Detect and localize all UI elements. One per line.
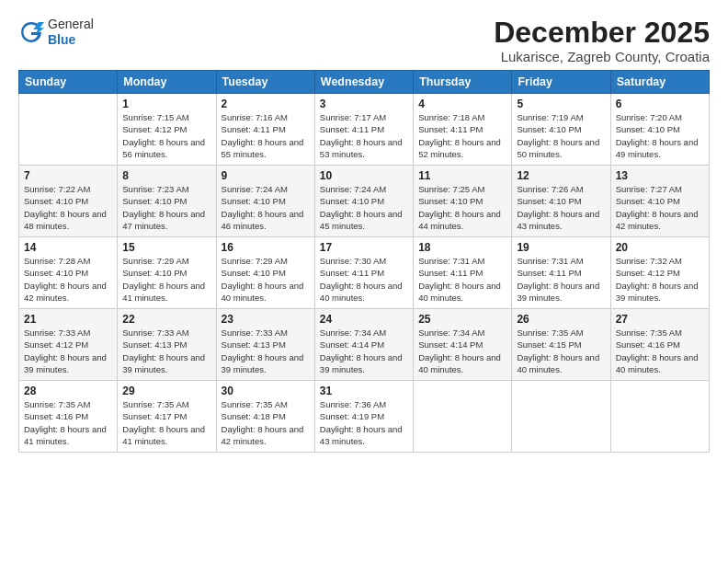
day-info: Sunrise: 7:32 AMSunset: 4:12 PMDaylight:… (616, 255, 704, 304)
calendar-cell: 1Sunrise: 7:15 AMSunset: 4:12 PMDaylight… (118, 94, 216, 166)
day-info: Sunrise: 7:28 AMSunset: 4:10 PMDaylight:… (24, 255, 112, 304)
week-row-5: 28Sunrise: 7:35 AMSunset: 4:16 PMDayligh… (19, 381, 710, 453)
calendar-cell: 19Sunrise: 7:31 AMSunset: 4:11 PMDayligh… (512, 237, 610, 309)
week-row-2: 7Sunrise: 7:22 AMSunset: 4:10 PMDaylight… (19, 166, 710, 237)
day-info: Sunrise: 7:24 AMSunset: 4:10 PMDaylight:… (222, 183, 310, 232)
day-number: 17 (320, 241, 408, 254)
day-info: Sunrise: 7:35 AMSunset: 4:16 PMDaylight:… (616, 327, 704, 375)
day-info: Sunrise: 7:34 AMSunset: 4:14 PMDaylight:… (320, 327, 408, 375)
calendar-cell (414, 381, 512, 453)
week-row-4: 21Sunrise: 7:33 AMSunset: 4:12 PMDayligh… (19, 309, 710, 381)
day-number: 15 (122, 241, 210, 254)
calendar-cell (610, 381, 709, 453)
calendar-cell: 26Sunrise: 7:35 AMSunset: 4:15 PMDayligh… (512, 309, 610, 381)
calendar-cell: 20Sunrise: 7:32 AMSunset: 4:12 PMDayligh… (610, 237, 709, 309)
col-friday: Friday (512, 71, 610, 94)
day-number: 1 (122, 98, 210, 110)
day-info: Sunrise: 7:33 AMSunset: 4:12 PMDaylight:… (24, 327, 112, 375)
col-monday: Monday (118, 71, 216, 94)
calendar-page: General Blue December 2025 Lukarisce, Za… (0, 0, 728, 563)
day-info: Sunrise: 7:34 AMSunset: 4:14 PMDaylight:… (418, 327, 506, 375)
calendar-cell: 30Sunrise: 7:35 AMSunset: 4:18 PMDayligh… (216, 381, 314, 453)
day-number: 30 (222, 385, 310, 397)
col-sunday: Sunday (19, 71, 118, 94)
calendar-cell (512, 381, 610, 453)
day-number: 3 (320, 98, 408, 110)
day-number: 7 (24, 169, 112, 182)
calendar-cell: 24Sunrise: 7:34 AMSunset: 4:14 PMDayligh… (314, 309, 413, 381)
day-info: Sunrise: 7:27 AMSunset: 4:10 PMDaylight:… (616, 183, 704, 232)
day-number: 16 (222, 241, 310, 254)
day-info: Sunrise: 7:29 AMSunset: 4:10 PMDaylight:… (122, 255, 210, 304)
day-number: 11 (418, 169, 506, 182)
day-info: Sunrise: 7:17 AMSunset: 4:11 PMDaylight:… (320, 111, 408, 160)
day-info: Sunrise: 7:33 AMSunset: 4:13 PMDaylight:… (222, 327, 310, 375)
calendar-cell: 10Sunrise: 7:24 AMSunset: 4:10 PMDayligh… (314, 166, 413, 237)
day-number: 23 (222, 313, 310, 326)
day-info: Sunrise: 7:24 AMSunset: 4:10 PMDaylight:… (320, 183, 408, 232)
day-info: Sunrise: 7:15 AMSunset: 4:12 PMDaylight:… (122, 111, 210, 160)
day-number: 26 (517, 313, 605, 326)
col-saturday: Saturday (610, 71, 709, 94)
week-row-1: 1Sunrise: 7:15 AMSunset: 4:12 PMDaylight… (19, 94, 710, 166)
day-info: Sunrise: 7:35 AMSunset: 4:17 PMDaylight:… (122, 398, 210, 447)
calendar-cell: 29Sunrise: 7:35 AMSunset: 4:17 PMDayligh… (118, 381, 216, 453)
calendar-cell: 31Sunrise: 7:36 AMSunset: 4:19 PMDayligh… (314, 381, 413, 453)
day-number: 6 (616, 98, 704, 110)
calendar-cell: 9Sunrise: 7:24 AMSunset: 4:10 PMDaylight… (216, 166, 314, 237)
day-info: Sunrise: 7:31 AMSunset: 4:11 PMDaylight:… (517, 255, 605, 304)
day-info: Sunrise: 7:26 AMSunset: 4:10 PMDaylight:… (517, 183, 605, 232)
day-number: 10 (320, 169, 408, 182)
day-number: 24 (320, 313, 408, 326)
week-row-3: 14Sunrise: 7:28 AMSunset: 4:10 PMDayligh… (19, 237, 710, 309)
calendar-cell: 28Sunrise: 7:35 AMSunset: 4:16 PMDayligh… (19, 381, 118, 453)
day-number: 13 (616, 169, 704, 182)
logo-text: General Blue (48, 17, 94, 48)
day-info: Sunrise: 7:33 AMSunset: 4:13 PMDaylight:… (122, 327, 210, 375)
calendar-cell: 25Sunrise: 7:34 AMSunset: 4:14 PMDayligh… (414, 309, 512, 381)
calendar-cell: 2Sunrise: 7:16 AMSunset: 4:11 PMDaylight… (216, 94, 314, 166)
day-info: Sunrise: 7:20 AMSunset: 4:10 PMDaylight:… (616, 111, 704, 160)
day-number: 9 (222, 169, 310, 182)
calendar-cell: 22Sunrise: 7:33 AMSunset: 4:13 PMDayligh… (118, 309, 216, 381)
day-info: Sunrise: 7:25 AMSunset: 4:10 PMDaylight:… (418, 183, 506, 232)
day-info: Sunrise: 7:16 AMSunset: 4:11 PMDaylight:… (222, 111, 310, 160)
calendar-cell: 6Sunrise: 7:20 AMSunset: 4:10 PMDaylight… (610, 94, 709, 166)
day-number: 19 (517, 241, 605, 254)
page-title: December 2025 (494, 17, 710, 49)
logo-blue: Blue (48, 32, 94, 48)
title-block: December 2025 Lukarisce, Zagreb County, … (494, 17, 710, 64)
logo-icon (18, 19, 44, 45)
day-number: 2 (222, 98, 310, 110)
page-subtitle: Lukarisce, Zagreb County, Croatia (494, 49, 710, 64)
calendar-header-row: Sunday Monday Tuesday Wednesday Thursday… (19, 71, 710, 94)
day-info: Sunrise: 7:18 AMSunset: 4:11 PMDaylight:… (418, 111, 506, 160)
day-info: Sunrise: 7:31 AMSunset: 4:11 PMDaylight:… (418, 255, 506, 304)
day-number: 4 (418, 98, 506, 110)
calendar-cell: 3Sunrise: 7:17 AMSunset: 4:11 PMDaylight… (314, 94, 413, 166)
day-number: 25 (418, 313, 506, 326)
day-info: Sunrise: 7:35 AMSunset: 4:18 PMDaylight:… (222, 398, 310, 447)
day-info: Sunrise: 7:30 AMSunset: 4:11 PMDaylight:… (320, 255, 408, 304)
day-number: 27 (616, 313, 704, 326)
day-number: 14 (24, 241, 112, 254)
day-number: 29 (122, 385, 210, 397)
col-wednesday: Wednesday (314, 71, 413, 94)
col-thursday: Thursday (414, 71, 512, 94)
day-info: Sunrise: 7:35 AMSunset: 4:16 PMDaylight:… (24, 398, 112, 447)
calendar-cell: 27Sunrise: 7:35 AMSunset: 4:16 PMDayligh… (610, 309, 709, 381)
day-number: 18 (418, 241, 506, 254)
day-info: Sunrise: 7:19 AMSunset: 4:10 PMDaylight:… (517, 111, 605, 160)
calendar-cell: 12Sunrise: 7:26 AMSunset: 4:10 PMDayligh… (512, 166, 610, 237)
calendar-cell: 21Sunrise: 7:33 AMSunset: 4:12 PMDayligh… (19, 309, 118, 381)
day-number: 21 (24, 313, 112, 326)
calendar-cell: 23Sunrise: 7:33 AMSunset: 4:13 PMDayligh… (216, 309, 314, 381)
calendar-cell: 7Sunrise: 7:22 AMSunset: 4:10 PMDaylight… (19, 166, 118, 237)
day-number: 8 (122, 169, 210, 182)
calendar-cell: 14Sunrise: 7:28 AMSunset: 4:10 PMDayligh… (19, 237, 118, 309)
logo-general: General (48, 17, 94, 32)
day-number: 22 (122, 313, 210, 326)
day-number: 5 (517, 98, 605, 110)
calendar-cell: 13Sunrise: 7:27 AMSunset: 4:10 PMDayligh… (610, 166, 709, 237)
day-info: Sunrise: 7:23 AMSunset: 4:10 PMDaylight:… (122, 183, 210, 232)
